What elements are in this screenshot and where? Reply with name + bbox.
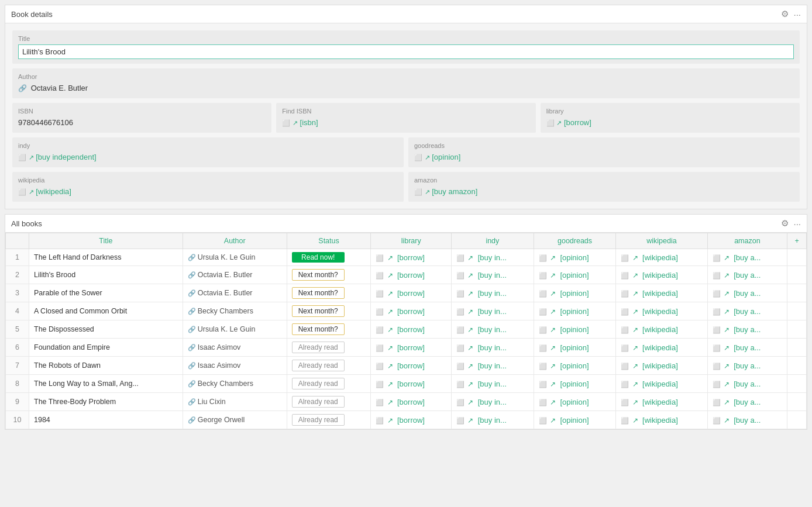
goodreads-ext-link[interactable]: ↗ — [550, 380, 556, 388]
wiki-table-link[interactable]: [wikipedia] — [642, 325, 678, 334]
indy-ext-link[interactable]: ↗ — [467, 344, 473, 352]
amazon-ext-link[interactable]: ↗ — [724, 308, 730, 316]
external-link-icon[interactable]: ↗ — [293, 119, 298, 126]
table-row[interactable]: 2 Lilith's Brood 🔗Octavia E. Butler Next… — [6, 266, 807, 284]
col-author[interactable]: Author — [183, 233, 287, 249]
wiki-table-link[interactable]: [wikipedia] — [642, 343, 678, 352]
status-badge[interactable]: Next month? — [292, 269, 345, 281]
row-status[interactable]: Next month? — [287, 284, 371, 302]
wiki-table-link[interactable]: [wikipedia] — [642, 416, 678, 425]
wiki-ext-link[interactable]: ↗ — [632, 416, 638, 425]
goodreads-table-link[interactable]: [opinion] — [560, 271, 589, 280]
row-title[interactable]: The Long Way to a Small, Ang... — [29, 375, 183, 393]
title-input[interactable] — [18, 44, 794, 59]
row-status[interactable]: Next month? — [287, 266, 371, 284]
goodreads-table-link[interactable]: [opinion] — [560, 361, 589, 370]
col-amazon[interactable]: amazon — [707, 233, 787, 249]
library-ext-link[interactable]: ↗ — [387, 344, 393, 352]
indy-table-link[interactable]: [buy in... — [478, 380, 507, 388]
goodreads-table-link[interactable]: [opinion] — [560, 398, 589, 406]
isbn-link[interactable]: [isbn] — [300, 118, 318, 127]
row-title[interactable]: 1984 — [29, 411, 183, 429]
indy-ext-link[interactable]: ↗ — [467, 398, 473, 406]
external-link-amz[interactable]: ↗ — [425, 188, 430, 195]
col-indy[interactable]: indy — [452, 233, 534, 249]
library-table-link[interactable]: [borrow] — [397, 380, 425, 388]
goodreads-table-link[interactable]: [opinion] — [560, 307, 589, 316]
wiki-ext-link[interactable]: ↗ — [632, 344, 638, 352]
wiki-ext-link[interactable]: ↗ — [632, 289, 638, 298]
library-table-link[interactable]: [borrow] — [397, 253, 425, 262]
copy-icon-gr[interactable]: ⬜ — [414, 154, 422, 161]
library-ext-link[interactable]: ↗ — [387, 326, 393, 334]
amazon-table-link[interactable]: [buy a... — [734, 361, 761, 370]
wiki-ext-link[interactable]: ↗ — [632, 398, 638, 406]
goodreads-ext-link[interactable]: ↗ — [550, 254, 556, 262]
status-badge[interactable]: Already read — [292, 414, 345, 426]
table-row[interactable]: 1 The Left Hand of Darkness 🔗Ursula K. L… — [6, 249, 807, 266]
all-books-more-icon[interactable]: ··· — [793, 219, 801, 229]
goodreads-ext-link[interactable]: ↗ — [550, 398, 556, 406]
external-link-gr[interactable]: ↗ — [425, 154, 430, 161]
goodreads-table-link[interactable]: [opinion] — [560, 289, 589, 298]
library-ext-link[interactable]: ↗ — [387, 362, 393, 370]
wiki-table-link[interactable]: [wikipedia] — [642, 398, 678, 406]
wiki-table-link[interactable]: [wikipedia] — [642, 253, 678, 262]
table-row[interactable]: 8 The Long Way to a Small, Ang... 🔗Becky… — [6, 375, 807, 393]
table-row[interactable]: 9 The Three-Body Problem 🔗Liu Cixin Alre… — [6, 393, 807, 411]
amazon-table-link[interactable]: [buy a... — [734, 253, 761, 262]
status-badge[interactable]: Already read — [292, 342, 345, 353]
goodreads-link[interactable]: [opinion] — [432, 153, 460, 161]
indy-table-link[interactable]: [buy in... — [478, 343, 507, 352]
library-ext-link[interactable]: ↗ — [387, 254, 393, 262]
library-table-link[interactable]: [borrow] — [397, 307, 425, 316]
indy-ext-link[interactable]: ↗ — [467, 362, 473, 370]
status-badge[interactable]: Already read — [292, 396, 345, 408]
indy-ext-link[interactable]: ↗ — [467, 416, 473, 425]
wiki-table-link[interactable]: [wikipedia] — [642, 289, 678, 298]
row-status[interactable]: Next month? — [287, 302, 371, 320]
indy-table-link[interactable]: [buy in... — [478, 361, 507, 370]
goodreads-ext-link[interactable]: ↗ — [550, 362, 556, 370]
wiki-ext-link[interactable]: ↗ — [632, 326, 638, 334]
row-status[interactable]: Already read — [287, 375, 371, 393]
library-table-link[interactable]: [borrow] — [397, 416, 425, 425]
indy-table-link[interactable]: [buy in... — [478, 253, 507, 262]
wiki-ext-link[interactable]: ↗ — [632, 308, 638, 316]
library-ext-link[interactable]: ↗ — [387, 416, 393, 425]
row-title[interactable]: The Left Hand of Darkness — [29, 249, 183, 266]
row-title[interactable]: Lilith's Brood — [29, 266, 183, 284]
amazon-ext-link[interactable]: ↗ — [724, 362, 730, 370]
amazon-ext-link[interactable]: ↗ — [724, 271, 730, 280]
table-row[interactable]: 10 1984 🔗George Orwell Already read ⬜ ↗ … — [6, 411, 807, 429]
copy-icon-indy[interactable]: ⬜ — [18, 154, 26, 161]
library-ext-link[interactable]: ↗ — [387, 271, 393, 280]
row-title[interactable]: The Dispossessed — [29, 320, 183, 339]
wiki-ext-link[interactable]: ↗ — [632, 380, 638, 388]
col-library[interactable]: library — [371, 233, 452, 249]
wiki-ext-link[interactable]: ↗ — [632, 254, 638, 262]
goodreads-table-link[interactable]: [opinion] — [560, 380, 589, 388]
library-ext-link[interactable]: ↗ — [387, 289, 393, 298]
external-link-indy[interactable]: ↗ — [29, 154, 34, 161]
status-badge[interactable]: Already read — [292, 360, 345, 371]
goodreads-ext-link[interactable]: ↗ — [550, 308, 556, 316]
row-title[interactable]: The Robots of Dawn — [29, 357, 183, 375]
amazon-table-link[interactable]: [buy a... — [734, 380, 761, 388]
row-title[interactable]: A Closed and Common Orbit — [29, 302, 183, 320]
status-badge[interactable]: Next month? — [292, 287, 345, 299]
amazon-table-link[interactable]: [buy a... — [734, 416, 761, 425]
library-link[interactable]: [borrow] — [564, 118, 591, 127]
amazon-table-link[interactable]: [buy a... — [734, 398, 761, 406]
goodreads-ext-link[interactable]: ↗ — [550, 289, 556, 298]
amazon-table-link[interactable]: [buy a... — [734, 325, 761, 334]
amazon-ext-link[interactable]: ↗ — [724, 380, 730, 388]
row-status[interactable]: Already read — [287, 393, 371, 411]
status-badge[interactable]: Next month? — [292, 323, 345, 335]
amazon-ext-link[interactable]: ↗ — [724, 344, 730, 352]
library-table-link[interactable]: [borrow] — [397, 325, 425, 334]
wiki-table-link[interactable]: [wikipedia] — [642, 307, 678, 316]
external-link-lib[interactable]: ↗ — [556, 119, 562, 126]
goodreads-table-link[interactable]: [opinion] — [560, 325, 589, 334]
wiki-table-link[interactable]: [wikipedia] — [642, 380, 678, 388]
